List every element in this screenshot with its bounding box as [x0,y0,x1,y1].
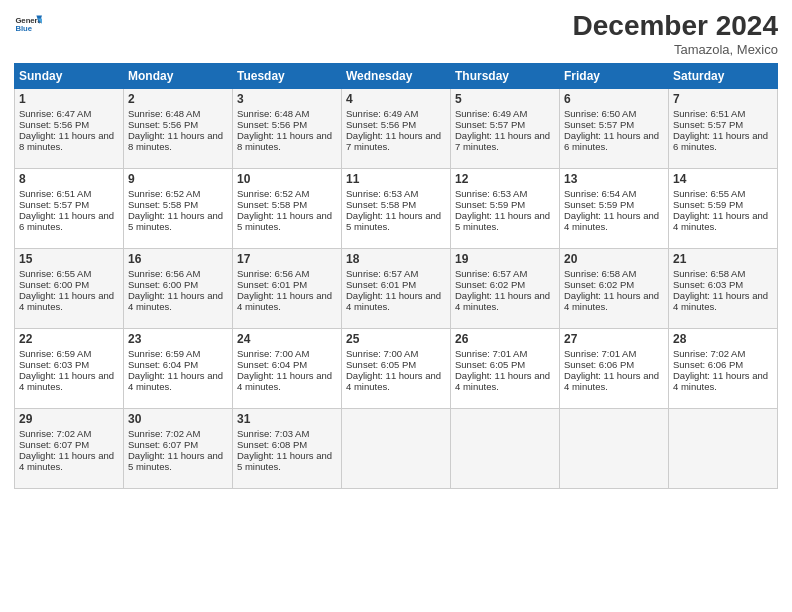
calendar-cell: 10 Sunrise: 6:52 AM Sunset: 5:58 PM Dayl… [233,169,342,249]
day-number: 15 [19,252,119,266]
calendar-cell: 23 Sunrise: 6:59 AM Sunset: 6:04 PM Dayl… [124,329,233,409]
sunset: Sunset: 5:59 PM [455,199,525,210]
day-number: 21 [673,252,773,266]
daylight: Daylight: 11 hours and 4 minutes. [673,210,768,232]
sunrise: Sunrise: 6:55 AM [19,268,91,279]
sunrise: Sunrise: 7:01 AM [564,348,636,359]
sunrise: Sunrise: 6:56 AM [237,268,309,279]
sunrise: Sunrise: 7:02 AM [673,348,745,359]
sunset: Sunset: 6:07 PM [19,439,89,450]
calendar-cell: 27 Sunrise: 7:01 AM Sunset: 6:06 PM Dayl… [560,329,669,409]
calendar-cell: 4 Sunrise: 6:49 AM Sunset: 5:56 PM Dayli… [342,89,451,169]
sunset: Sunset: 6:01 PM [346,279,416,290]
daylight: Daylight: 11 hours and 4 minutes. [19,450,114,472]
week-row-5: 29 Sunrise: 7:02 AM Sunset: 6:07 PM Dayl… [15,409,778,489]
sunrise: Sunrise: 6:57 AM [455,268,527,279]
day-number: 5 [455,92,555,106]
day-number: 30 [128,412,228,426]
sunset: Sunset: 5:56 PM [128,119,198,130]
header-monday: Monday [124,64,233,89]
sunset: Sunset: 6:07 PM [128,439,198,450]
calendar-cell: 2 Sunrise: 6:48 AM Sunset: 5:56 PM Dayli… [124,89,233,169]
sunrise: Sunrise: 6:53 AM [346,188,418,199]
sunset: Sunset: 6:06 PM [564,359,634,370]
week-row-4: 22 Sunrise: 6:59 AM Sunset: 6:03 PM Dayl… [15,329,778,409]
daylight: Daylight: 11 hours and 4 minutes. [237,370,332,392]
header-friday: Friday [560,64,669,89]
sunrise: Sunrise: 7:01 AM [455,348,527,359]
calendar-cell: 17 Sunrise: 6:56 AM Sunset: 6:01 PM Dayl… [233,249,342,329]
daylight: Daylight: 11 hours and 4 minutes. [673,370,768,392]
sunrise: Sunrise: 6:53 AM [455,188,527,199]
daylight: Daylight: 11 hours and 4 minutes. [19,370,114,392]
sunset: Sunset: 6:03 PM [19,359,89,370]
header-wednesday: Wednesday [342,64,451,89]
header-saturday: Saturday [669,64,778,89]
calendar-cell: 28 Sunrise: 7:02 AM Sunset: 6:06 PM Dayl… [669,329,778,409]
day-number: 12 [455,172,555,186]
sunrise: Sunrise: 6:59 AM [19,348,91,359]
day-number: 8 [19,172,119,186]
sunrise: Sunrise: 6:52 AM [237,188,309,199]
sunset: Sunset: 6:04 PM [128,359,198,370]
calendar-cell: 26 Sunrise: 7:01 AM Sunset: 6:05 PM Dayl… [451,329,560,409]
sunset: Sunset: 5:56 PM [237,119,307,130]
day-number: 24 [237,332,337,346]
header-row: SundayMondayTuesdayWednesdayThursdayFrid… [15,64,778,89]
sunset: Sunset: 6:06 PM [673,359,743,370]
calendar-cell: 22 Sunrise: 6:59 AM Sunset: 6:03 PM Dayl… [15,329,124,409]
day-number: 3 [237,92,337,106]
calendar-cell: 7 Sunrise: 6:51 AM Sunset: 5:57 PM Dayli… [669,89,778,169]
calendar-cell: 18 Sunrise: 6:57 AM Sunset: 6:01 PM Dayl… [342,249,451,329]
sunset: Sunset: 6:05 PM [346,359,416,370]
calendar-cell: 1 Sunrise: 6:47 AM Sunset: 5:56 PM Dayli… [15,89,124,169]
daylight: Daylight: 11 hours and 5 minutes. [128,210,223,232]
daylight: Daylight: 11 hours and 5 minutes. [237,450,332,472]
day-number: 22 [19,332,119,346]
day-number: 20 [564,252,664,266]
daylight: Daylight: 11 hours and 8 minutes. [19,130,114,152]
day-number: 6 [564,92,664,106]
sunrise: Sunrise: 7:02 AM [19,428,91,439]
sunset: Sunset: 5:57 PM [564,119,634,130]
logo: General Blue [14,10,42,38]
sunrise: Sunrise: 6:47 AM [19,108,91,119]
location: Tamazola, Mexico [573,42,778,57]
day-number: 26 [455,332,555,346]
daylight: Daylight: 11 hours and 4 minutes. [346,290,441,312]
calendar-cell: 12 Sunrise: 6:53 AM Sunset: 5:59 PM Dayl… [451,169,560,249]
sunset: Sunset: 6:05 PM [455,359,525,370]
daylight: Daylight: 11 hours and 4 minutes. [564,290,659,312]
calendar-cell: 29 Sunrise: 7:02 AM Sunset: 6:07 PM Dayl… [15,409,124,489]
daylight: Daylight: 11 hours and 8 minutes. [128,130,223,152]
day-number: 31 [237,412,337,426]
daylight: Daylight: 11 hours and 4 minutes. [128,290,223,312]
calendar-cell: 11 Sunrise: 6:53 AM Sunset: 5:58 PM Dayl… [342,169,451,249]
logo-icon: General Blue [14,10,42,38]
sunrise: Sunrise: 7:02 AM [128,428,200,439]
sunrise: Sunrise: 6:48 AM [128,108,200,119]
day-number: 1 [19,92,119,106]
sunrise: Sunrise: 6:55 AM [673,188,745,199]
sunset: Sunset: 5:59 PM [564,199,634,210]
daylight: Daylight: 11 hours and 7 minutes. [346,130,441,152]
daylight: Daylight: 11 hours and 6 minutes. [673,130,768,152]
sunset: Sunset: 5:57 PM [19,199,89,210]
sunrise: Sunrise: 6:58 AM [673,268,745,279]
sunrise: Sunrise: 6:52 AM [128,188,200,199]
calendar-cell: 30 Sunrise: 7:02 AM Sunset: 6:07 PM Dayl… [124,409,233,489]
day-number: 16 [128,252,228,266]
day-number: 2 [128,92,228,106]
sunrise: Sunrise: 6:51 AM [19,188,91,199]
sunset: Sunset: 5:56 PM [346,119,416,130]
day-number: 28 [673,332,773,346]
sunrise: Sunrise: 7:00 AM [346,348,418,359]
sunset: Sunset: 5:58 PM [346,199,416,210]
week-row-2: 8 Sunrise: 6:51 AM Sunset: 5:57 PM Dayli… [15,169,778,249]
sunset: Sunset: 5:58 PM [128,199,198,210]
day-number: 27 [564,332,664,346]
sunset: Sunset: 5:56 PM [19,119,89,130]
calendar-cell [342,409,451,489]
sunset: Sunset: 6:00 PM [19,279,89,290]
daylight: Daylight: 11 hours and 4 minutes. [564,370,659,392]
